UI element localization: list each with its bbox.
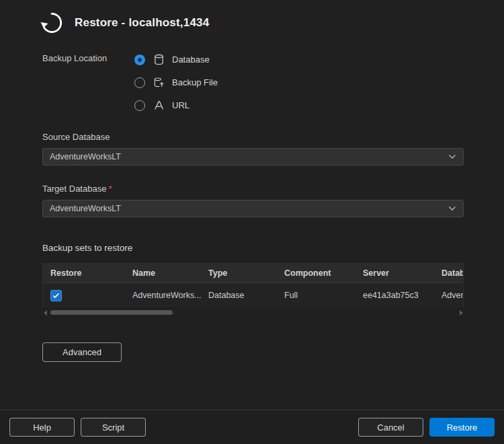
radio-option-backup-file[interactable]: Backup File xyxy=(134,74,218,91)
restore-icon xyxy=(38,9,65,36)
footer-right-buttons: Cancel Restore xyxy=(358,418,495,437)
backup-location-section: Backup Location Database xyxy=(42,51,464,114)
radio-option-url[interactable]: URL xyxy=(134,97,218,114)
column-header-server: Server xyxy=(355,268,434,278)
backup-location-label: Backup Location xyxy=(42,51,134,114)
table-header-row: Restore Name Type Component Server Datab… xyxy=(43,264,463,283)
backup-sets-label: Backup sets to restore xyxy=(42,243,464,253)
footer-left-buttons: Help Script xyxy=(9,418,146,437)
scroll-left-arrow-icon[interactable] xyxy=(42,309,48,316)
backup-location-radio-group: Database Backup File xyxy=(134,51,218,114)
database-icon xyxy=(153,54,165,66)
radio-button-database[interactable] xyxy=(134,54,145,65)
url-icon xyxy=(153,100,165,112)
column-header-restore: Restore xyxy=(43,268,125,278)
advanced-button[interactable]: Advanced xyxy=(42,342,122,362)
chevron-down-icon xyxy=(448,206,456,211)
database-cell: Adventu... xyxy=(434,291,463,300)
target-database-value: AdventureWorksLT xyxy=(50,204,121,213)
target-database-dropdown[interactable]: AdventureWorksLT xyxy=(42,200,464,217)
column-header-database: Databa xyxy=(434,268,463,278)
cancel-button[interactable]: Cancel xyxy=(358,418,423,437)
name-cell: AdventureWorks... xyxy=(125,291,201,300)
component-cell: Full xyxy=(277,291,355,300)
server-cell: ee41a3ab75c3 xyxy=(355,291,434,300)
horizontal-scrollbar[interactable] xyxy=(42,308,464,317)
target-database-field: Target Database* AdventureWorksLT xyxy=(42,184,464,217)
radio-button-url[interactable] xyxy=(134,100,145,111)
type-cell: Database xyxy=(201,291,277,300)
source-database-label: Source Database xyxy=(42,132,464,142)
chevron-down-icon xyxy=(448,154,456,159)
scrollbar-track[interactable] xyxy=(49,309,457,316)
scroll-right-arrow-icon[interactable] xyxy=(458,309,464,316)
required-asterisk: * xyxy=(108,184,112,194)
column-header-component: Component xyxy=(277,268,355,278)
script-button[interactable]: Script xyxy=(81,418,146,437)
radio-label-url: URL xyxy=(172,100,190,110)
scrollbar-thumb[interactable] xyxy=(50,310,173,315)
column-header-name: Name xyxy=(125,268,201,278)
radio-button-backup-file[interactable] xyxy=(134,77,145,88)
help-button[interactable]: Help xyxy=(9,418,75,437)
checkmark-icon xyxy=(52,293,60,299)
dialog-title: Restore - localhost,1434 xyxy=(75,16,209,30)
backup-file-icon xyxy=(153,77,165,89)
dialog-body: Backup Location Database xyxy=(0,51,504,362)
radio-option-database[interactable]: Database xyxy=(134,51,218,68)
column-header-type: Type xyxy=(201,268,277,278)
restore-button[interactable]: Restore xyxy=(429,418,495,437)
source-database-dropdown[interactable]: AdventureWorksLT xyxy=(42,148,464,165)
table-row[interactable]: AdventureWorks... Database Full ee41a3ab… xyxy=(43,283,463,307)
dialog-footer: Help Script Cancel Restore xyxy=(0,410,504,444)
target-database-label-text: Target Database xyxy=(42,184,106,194)
backup-sets-table: Restore Name Type Component Server Datab… xyxy=(42,263,464,307)
source-database-value: AdventureWorksLT xyxy=(50,152,121,161)
restore-cell xyxy=(43,290,125,301)
target-database-label: Target Database* xyxy=(42,184,464,194)
radio-label-database: Database xyxy=(172,54,210,65)
restore-dialog: Restore - localhost,1434 Backup Location… xyxy=(0,0,504,444)
dialog-header: Restore - localhost,1434 xyxy=(0,0,504,38)
source-database-field: Source Database AdventureWorksLT xyxy=(42,132,464,165)
restore-checkbox[interactable] xyxy=(50,290,62,301)
radio-label-backup-file: Backup File xyxy=(172,77,218,87)
